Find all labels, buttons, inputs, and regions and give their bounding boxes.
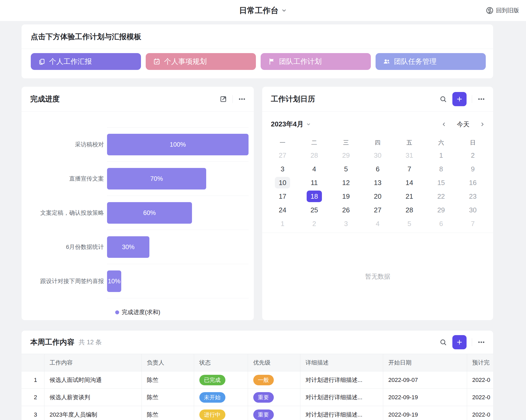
calendar-day-3[interactable]: 3 xyxy=(267,162,299,176)
calendar-day-28[interactable]: 28 xyxy=(393,203,425,217)
search-icon[interactable] xyxy=(439,95,447,103)
calendar-day-6[interactable]: 6 xyxy=(362,162,394,176)
calendar-day-27[interactable]: 27 xyxy=(362,203,394,217)
description-cell[interactable]: 对计划进行详细描述... xyxy=(300,389,383,406)
calendar-day-30[interactable]: 30 xyxy=(457,203,489,217)
priority-cell[interactable]: 一般 xyxy=(248,371,300,389)
start-date-cell[interactable]: 2022-09-19 xyxy=(383,406,467,420)
more-menu-icon[interactable] xyxy=(477,338,485,346)
status-cell[interactable]: 已完成 xyxy=(194,371,248,389)
chart-bar[interactable]: 70% xyxy=(107,168,206,189)
start-date-cell[interactable]: 2022-09-07 xyxy=(383,371,467,389)
due-date-cell[interactable]: 2022-0 xyxy=(467,389,493,406)
more-menu-icon[interactable] xyxy=(477,95,485,103)
description-cell[interactable]: 对计划进行详细描述... xyxy=(300,371,383,389)
calendar-day-5[interactable]: 5 xyxy=(393,217,425,231)
calendar-day-20[interactable]: 20 xyxy=(362,189,394,203)
calendar-day-29[interactable]: 29 xyxy=(330,148,362,162)
calendar-day-1[interactable]: 1 xyxy=(425,148,457,162)
calendar-day-31[interactable]: 31 xyxy=(393,148,425,162)
calendar-day-1[interactable]: 1 xyxy=(267,217,299,231)
calendar-day-24[interactable]: 24 xyxy=(267,203,299,217)
row-number-cell[interactable]: 2 xyxy=(22,389,44,406)
priority-cell[interactable]: 重要 xyxy=(248,406,300,420)
calendar-day-30[interactable]: 30 xyxy=(362,148,394,162)
column-header-6[interactable]: 开始日期 xyxy=(383,354,467,371)
chart-bar[interactable]: 30% xyxy=(107,236,149,258)
chart-bar[interactable]: 100% xyxy=(107,134,249,155)
today-button[interactable]: 今天 xyxy=(457,120,469,129)
column-header-1[interactable]: 工作内容 xyxy=(44,354,141,371)
work-content-cell[interactable]: 候选人薪资谈判 xyxy=(44,389,141,406)
calendar-day-10[interactable]: 10 xyxy=(267,176,299,189)
calendar-day-4[interactable]: 4 xyxy=(362,217,394,231)
calendar-day-21[interactable]: 21 xyxy=(393,189,425,203)
add-record-button[interactable] xyxy=(452,335,467,349)
owner-cell[interactable]: 陈竺 xyxy=(141,389,194,406)
calendar-day-26[interactable]: 26 xyxy=(330,203,362,217)
page-title-dropdown[interactable]: 日常工作台 xyxy=(239,0,287,21)
calendar-day-29[interactable]: 29 xyxy=(425,203,457,217)
open-in-new-icon[interactable] xyxy=(219,95,227,103)
calendar-day-28[interactable]: 28 xyxy=(299,148,330,162)
calendar-day-18[interactable]: 18 xyxy=(299,189,330,203)
month-selector[interactable]: 2023年4月 xyxy=(271,120,311,129)
column-header-index[interactable] xyxy=(22,354,44,371)
calendar-day-22[interactable]: 22 xyxy=(425,189,457,203)
template-button-4[interactable]: 团队任务管理 xyxy=(376,53,486,70)
calendar-day-7[interactable]: 7 xyxy=(393,162,425,176)
calendar-day-number: 28 xyxy=(307,150,322,161)
calendar-day-17[interactable]: 17 xyxy=(267,189,299,203)
calendar-day-19[interactable]: 19 xyxy=(330,189,362,203)
due-date-cell[interactable]: 2022-0 xyxy=(467,406,493,420)
column-header-2[interactable]: 负责人 xyxy=(141,354,194,371)
calendar-day-7[interactable]: 7 xyxy=(457,217,489,231)
calendar-day-8[interactable]: 8 xyxy=(425,162,457,176)
more-menu-icon[interactable] xyxy=(238,95,246,103)
due-date-cell[interactable]: 2022-0 xyxy=(467,371,493,389)
description-cell[interactable]: 对计划进行详细描述... xyxy=(300,406,383,420)
chart-bar[interactable]: 60% xyxy=(107,202,192,224)
column-header-4[interactable]: 优先级 xyxy=(248,354,300,371)
work-content-cell[interactable]: 2023年度人员编制 xyxy=(44,406,141,420)
calendar-day-25[interactable]: 25 xyxy=(299,203,330,217)
row-number-cell[interactable]: 3 xyxy=(22,406,44,420)
owner-cell[interactable]: 陈竺 xyxy=(141,371,194,389)
next-month-icon[interactable] xyxy=(479,121,485,127)
calendar-day-23[interactable]: 23 xyxy=(457,189,489,203)
calendar-day-11[interactable]: 11 xyxy=(299,176,330,189)
top-bar: 日常工作台 回到旧版 xyxy=(0,0,526,21)
calendar-day-12[interactable]: 12 xyxy=(330,176,362,189)
calendar-day-6[interactable]: 6 xyxy=(425,217,457,231)
prev-month-icon[interactable] xyxy=(441,121,447,127)
template-button-2[interactable]: 个人事项规划 xyxy=(146,53,256,70)
calendar-day-2[interactable]: 2 xyxy=(299,217,330,231)
template-button-1[interactable]: 个人工作汇报 xyxy=(31,53,141,70)
calendar-day-27[interactable]: 27 xyxy=(267,148,299,162)
column-header-7[interactable]: 预计完 xyxy=(467,354,493,371)
calendar-day-2[interactable]: 2 xyxy=(457,148,489,162)
calendar-day-14[interactable]: 14 xyxy=(393,176,425,189)
start-date-cell[interactable]: 2022-09-19 xyxy=(383,389,467,406)
search-icon[interactable] xyxy=(439,338,447,346)
priority-cell[interactable]: 重要 xyxy=(248,389,300,406)
owner-cell[interactable]: 陈竺 xyxy=(141,406,194,420)
row-number-cell[interactable]: 1 xyxy=(22,371,44,389)
status-cell[interactable]: 进行中 xyxy=(194,406,248,420)
calendar-day-9[interactable]: 9 xyxy=(457,162,489,176)
calendar-day-4[interactable]: 4 xyxy=(299,162,330,176)
calendar-day-15[interactable]: 15 xyxy=(425,176,457,189)
status-cell[interactable]: 未开始 xyxy=(194,389,248,406)
calendar-day-5[interactable]: 5 xyxy=(330,162,362,176)
priority-badge: 重要 xyxy=(253,392,274,403)
calendar-day-3[interactable]: 3 xyxy=(330,217,362,231)
add-record-button[interactable] xyxy=(452,92,467,106)
calendar-day-16[interactable]: 16 xyxy=(457,176,489,189)
column-header-5[interactable]: 详细描述 xyxy=(300,354,383,371)
back-to-old-version-button[interactable]: 回到旧版 xyxy=(486,0,519,21)
template-button-3[interactable]: 团队工作计划 xyxy=(261,53,371,70)
chart-bar[interactable]: 10% xyxy=(107,270,121,292)
work-content-cell[interactable]: 候选人面试时间沟通 xyxy=(44,371,141,389)
column-header-3[interactable]: 状态 xyxy=(194,354,248,371)
calendar-day-13[interactable]: 13 xyxy=(362,176,394,189)
